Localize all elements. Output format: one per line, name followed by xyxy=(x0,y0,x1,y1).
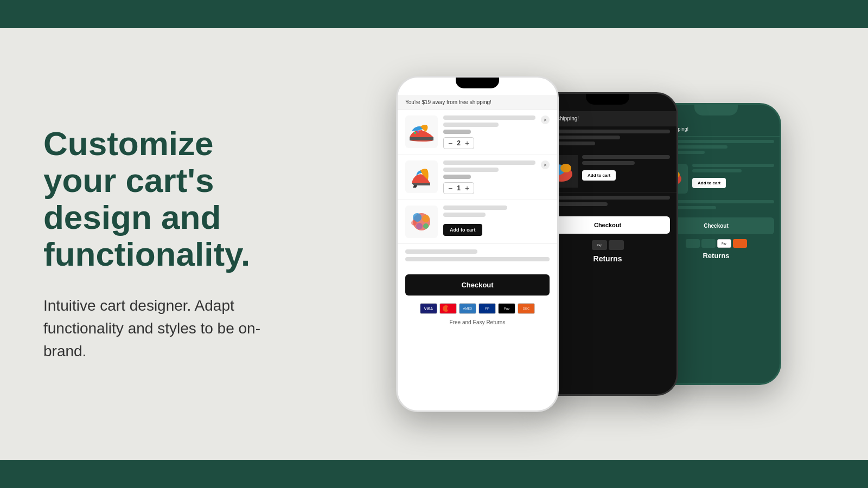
dark-payment-icon-applepay: Pay xyxy=(592,240,607,250)
dark-returns-text: Returns xyxy=(539,252,676,265)
green-info-line-short xyxy=(692,169,742,172)
item-1-line-2 xyxy=(443,123,499,127)
item-2-line-1 xyxy=(443,160,535,165)
svg-point-10 xyxy=(414,132,416,134)
qty-increase-1[interactable]: + xyxy=(465,139,469,147)
dark-payment-icon-discover xyxy=(609,240,624,250)
dark-item-info: Add to cart xyxy=(582,155,670,181)
green-payment-icon-discover xyxy=(733,239,747,248)
dark-summary-section xyxy=(539,192,676,212)
cart-item-2: − 1 + × xyxy=(398,155,557,200)
phone-front-content: You're $19 away from free shipping! xyxy=(398,93,557,331)
green-item-info: Add to cart xyxy=(692,164,774,188)
dark-info-line xyxy=(582,155,670,159)
dark-cart-item: Add to cart xyxy=(539,151,676,192)
dark-info-line-short xyxy=(582,161,635,165)
payment-icon-apple-pay: Pay xyxy=(498,303,515,314)
summary-line-2 xyxy=(405,257,550,261)
phone-back-notch xyxy=(694,105,738,115)
svg-point-11 xyxy=(417,131,419,133)
qty-decrease-1[interactable]: − xyxy=(448,139,452,147)
item-3-image xyxy=(405,206,438,238)
svg-point-20 xyxy=(411,220,417,226)
payment-icons-row: VISA AMEX PP Pay DISC xyxy=(398,300,557,317)
shipping-banner: You're $19 away from free shipping! xyxy=(398,95,557,110)
svg-point-12 xyxy=(420,130,423,132)
dark-line xyxy=(545,130,670,133)
svg-point-17 xyxy=(422,215,430,222)
qty-value-1: 2 xyxy=(457,139,461,147)
item-2-close[interactable]: × xyxy=(541,160,550,169)
phones-section: free shipping! xyxy=(326,28,868,460)
item-2-image xyxy=(405,160,438,193)
item-2-line-2 xyxy=(443,168,499,172)
text-section: Customize your cart's design and functio… xyxy=(0,93,326,396)
cart-item-3: Add to cart xyxy=(398,200,557,243)
heel-svg xyxy=(406,162,437,192)
dark-checkout-button[interactable]: Checkout xyxy=(545,216,670,234)
svg-point-19 xyxy=(423,223,429,229)
payment-icon-amex: AMEX xyxy=(459,303,476,314)
item-3-line-1 xyxy=(443,206,507,210)
add-to-cart-button[interactable]: Add to cart xyxy=(443,224,482,236)
top-bar xyxy=(0,0,868,28)
splatter-svg xyxy=(406,207,437,237)
cart-summary xyxy=(398,243,557,270)
green-payment-icon-2 xyxy=(701,239,716,248)
qty-control-1[interactable]: − 2 + xyxy=(443,137,474,149)
payment-icon-discover: DISC xyxy=(518,303,535,314)
payment-icon-paypal: PP xyxy=(478,303,496,314)
item-1-close[interactable]: × xyxy=(541,115,550,124)
qty-increase-2[interactable]: + xyxy=(465,184,469,192)
subtext: Intuitive cart designer. Adapt functiona… xyxy=(43,294,282,363)
green-payment-icon-applepay: Pay xyxy=(717,239,731,248)
item-2-price xyxy=(443,175,471,179)
payment-icon-mastercard xyxy=(439,303,457,314)
checkout-button[interactable]: Checkout xyxy=(405,274,550,296)
item-1-details: − 2 + xyxy=(443,115,535,149)
green-add-to-cart-button[interactable]: Add to cart xyxy=(692,178,726,188)
sneaker-svg xyxy=(406,117,437,147)
green-info-line xyxy=(692,164,774,167)
phone-mid-notch xyxy=(586,94,629,105)
returns-text: Free and Easy Returns xyxy=(398,317,557,331)
qty-control-2[interactable]: − 1 + xyxy=(443,182,474,194)
summary-line-1 xyxy=(405,249,477,254)
dark-shipping-banner: free shipping! xyxy=(539,111,676,126)
item-1-line-1 xyxy=(443,115,535,120)
qty-value-2: 1 xyxy=(457,184,461,192)
phone-front: You're $19 away from free shipping! xyxy=(396,76,559,412)
headline: Customize your cart's design and functio… xyxy=(43,125,282,273)
bottom-bar xyxy=(0,460,868,488)
item-2-details: − 1 + xyxy=(443,160,535,194)
phone-front-notch xyxy=(456,78,499,88)
cart-item-1: − 2 + × xyxy=(398,110,557,155)
payment-icon-visa: VISA xyxy=(420,303,437,314)
svg-point-7 xyxy=(560,164,571,172)
dark-sum-line xyxy=(545,196,670,200)
item-3-line-2 xyxy=(443,213,486,217)
dark-payment-icons: Pay xyxy=(539,238,676,252)
svg-point-18 xyxy=(416,223,423,229)
phone-mid-content: free shipping! xyxy=(539,109,676,265)
dark-item-lines xyxy=(539,126,676,151)
green-payment-icon-1 xyxy=(686,239,700,248)
main-content: Customize your cart's design and functio… xyxy=(0,28,868,460)
dark-add-to-cart-button[interactable]: Add to cart xyxy=(582,170,616,181)
item-3-details: Add to cart xyxy=(443,206,550,236)
qty-decrease-2[interactable]: − xyxy=(448,184,452,192)
item-1-image xyxy=(405,115,438,148)
item-1-price xyxy=(443,130,471,134)
